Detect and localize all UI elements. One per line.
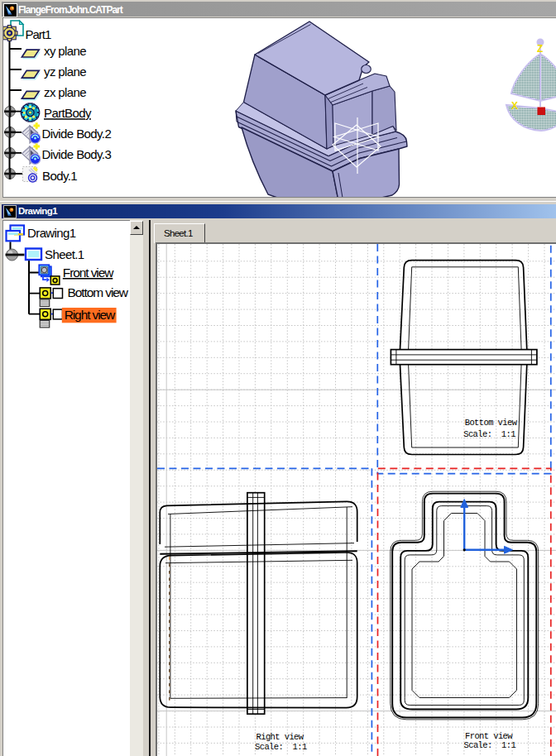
svg-text:Bottom view: Bottom view (68, 285, 129, 299)
svg-text:yz plane: yz plane (44, 65, 86, 79)
svg-text:Z: Z (537, 43, 543, 55)
svg-text:Scale: 1:1: Scale: 1:1 (255, 742, 307, 752)
svg-text:Scale: 1:1: Scale: 1:1 (464, 740, 516, 750)
svg-text:Scale: 1:1: Scale: 1:1 (463, 429, 515, 439)
svg-text:Front view: Front view (63, 266, 114, 280)
svg-text:Divide Body.2: Divide Body.2 (42, 127, 112, 141)
svg-text:Front view: Front view (465, 731, 513, 741)
svg-text:Drawing1: Drawing1 (27, 226, 76, 240)
svg-text:Body.1: Body.1 (42, 169, 77, 183)
svg-text:Divide Body.3: Divide Body.3 (42, 147, 112, 161)
svg-text:Part1: Part1 (26, 27, 52, 41)
svg-text:Right view: Right view (256, 732, 304, 742)
svg-text:xy plane: xy plane (44, 44, 86, 58)
svg-text:Bottom view: Bottom view (465, 418, 518, 428)
svg-text:X: X (511, 100, 518, 112)
svg-text:Right view: Right view (65, 308, 116, 322)
svg-text:Sheet.1: Sheet.1 (45, 247, 84, 261)
svg-text:PartBody: PartBody (44, 106, 92, 120)
svg-text:zx plane: zx plane (44, 85, 86, 99)
